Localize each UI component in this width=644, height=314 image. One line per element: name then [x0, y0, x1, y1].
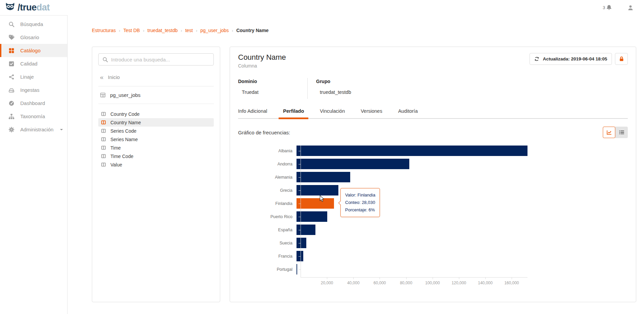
chart-view-button[interactable] — [603, 127, 615, 138]
sidebar-item-glosario[interactable]: Glosario — [0, 31, 67, 44]
chart-bar[interactable] — [297, 238, 306, 248]
chart-bar[interactable] — [297, 264, 297, 274]
bell-icon — [606, 4, 612, 11]
axis-tick-label: 80,000 — [400, 281, 412, 285]
axis-tick — [353, 278, 354, 279]
tab-vinculación[interactable]: Vinculación — [320, 108, 345, 118]
sidebar-item-label: Catálogo — [20, 48, 41, 53]
columns-icon — [101, 137, 106, 142]
chart-bar[interactable] — [297, 146, 527, 156]
chart-bar[interactable] — [297, 172, 350, 182]
chart-category-label: Francia — [238, 254, 297, 259]
chart-bar-row: Suecia — [238, 238, 527, 248]
sidebar-item-catalogo[interactable]: Catálogo — [0, 44, 67, 57]
tooltip-porcentaje: Porcentaje: 6% — [345, 206, 375, 214]
share-icon — [8, 74, 15, 80]
chart-bar-row: España — [238, 225, 527, 235]
chart-bar[interactable] — [297, 198, 334, 209]
user-icon — [627, 4, 634, 11]
breadcrumb-separator: › — [232, 28, 233, 33]
mouse-cursor — [319, 195, 325, 204]
breadcrumb-link[interactable]: truedat_testdb — [148, 28, 178, 33]
table-item[interactable]: pg_user_jobs — [98, 92, 214, 98]
chart-bar[interactable] — [297, 251, 303, 261]
axis-tick — [406, 278, 407, 279]
sidebar-item-dashboard[interactable]: Dashboard — [0, 97, 67, 110]
sidebar-item-label: Linaje — [20, 74, 34, 80]
chart-category-label: Puerto Rico — [238, 214, 297, 219]
divider — [98, 104, 214, 104]
frequency-bar-chart: AlbaniaAndorraAlemaniaGreciaFinlandiaPue… — [238, 146, 527, 287]
breadcrumb-link[interactable]: pg_user_jobs — [200, 28, 229, 33]
tab-versiones[interactable]: Versiones — [361, 108, 382, 118]
back-label: Inicio — [108, 74, 120, 80]
chart-bar[interactable] — [297, 225, 315, 235]
sidebar-item-calidad[interactable]: Calidad — [0, 57, 67, 70]
tooltip-conteo: Conteo: 28,030 — [345, 199, 375, 206]
chart-bar-row: Portugal — [238, 264, 527, 274]
chart-bar[interactable] — [297, 211, 327, 222]
column-item-country-code[interactable]: Country Code — [98, 110, 214, 118]
axis-tick-label: 160,000 — [504, 281, 519, 285]
structure-search-box[interactable] — [98, 53, 214, 66]
sidebar-item-label: Glosario — [20, 34, 39, 40]
sidebar-item-taxonomia[interactable]: Taxonomía — [0, 110, 67, 123]
chart-bar-track — [297, 238, 527, 248]
column-item-time-code[interactable]: Time Code — [98, 152, 214, 160]
sidebar-item-ingestas[interactable]: Ingestas — [0, 83, 67, 97]
table-name: pg_user_jobs — [110, 92, 140, 98]
column-item-label: Country Name — [110, 120, 141, 125]
chart-bar[interactable] — [297, 159, 409, 169]
search-input[interactable] — [111, 57, 210, 62]
back-to-inicio[interactable]: « Inicio — [98, 74, 214, 80]
breadcrumb-link[interactable]: Estructuras — [92, 28, 116, 33]
structure-detail-panel: Country Name Columna Actu — [230, 47, 636, 302]
column-item-label: Series Code — [110, 128, 136, 134]
search-icon — [102, 57, 108, 62]
chart-bar-track — [297, 264, 527, 274]
breadcrumb-link[interactable]: Test DB — [123, 28, 140, 33]
columns-icon — [101, 111, 106, 116]
refresh-icon — [534, 56, 539, 61]
drive-icon — [8, 87, 15, 93]
column-item-value[interactable]: Value — [98, 160, 214, 169]
columns-icon — [101, 128, 106, 133]
chart-heading: Gráfico de frecuencias: — [238, 130, 290, 135]
app-header: /truedat 3 — [0, 0, 644, 15]
sidebar-item-administracion[interactable]: Administración — [0, 123, 67, 136]
column-item-series-code[interactable]: Series Code — [98, 127, 214, 135]
truedat-logo[interactable]: /truedat — [4, 2, 50, 14]
column-item-country-name[interactable]: Country Name — [98, 118, 214, 127]
chart-tooltip: Valor: Finlandia Conteo: 28,030 Porcenta… — [340, 188, 380, 217]
sidebar-item-busqueda[interactable]: Búsqueda — [0, 18, 67, 31]
axis-tick — [485, 278, 486, 279]
chart-bar-track — [297, 172, 527, 182]
sidebar-item-linaje[interactable]: Linaje — [0, 70, 67, 83]
list-view-button[interactable] — [615, 127, 628, 138]
axis-tick — [327, 278, 327, 279]
gear-icon — [8, 127, 15, 133]
notifications-button[interactable]: 3 — [603, 4, 612, 11]
domain-value: Truedat — [238, 89, 307, 95]
user-menu-button[interactable] — [627, 4, 634, 11]
breadcrumb-current: Country Name — [236, 28, 269, 33]
column-item-series-name[interactable]: Series Name — [98, 135, 214, 143]
chart-bar-row: Albania — [238, 146, 527, 156]
sidebar-item-label: Dashboard — [20, 100, 45, 106]
refresh-metadata-button[interactable]: Actualizada: 2019-06-04 18:05 — [530, 53, 612, 65]
breadcrumb-link[interactable]: test — [185, 28, 193, 33]
column-item-time[interactable]: Time — [98, 143, 214, 152]
tab-auditoría[interactable]: Auditoría — [398, 108, 418, 118]
confidential-lock-button[interactable] — [615, 53, 628, 65]
chart-bar[interactable] — [297, 185, 338, 195]
sitemap-icon — [8, 113, 15, 120]
axis-tick-label: 140,000 — [478, 281, 492, 285]
list-icon — [619, 129, 625, 135]
breadcrumb-separator: › — [143, 28, 144, 33]
chart-bar-track — [297, 159, 527, 169]
breadcrumb: Estructuras›Test DB›truedat_testdb›test›… — [92, 28, 636, 33]
tab-info-adicional[interactable]: Info Adicional — [238, 108, 267, 118]
group-value: truedat_testdb — [316, 89, 351, 95]
axis-tick-label: 60,000 — [373, 281, 386, 285]
tab-perfilado[interactable]: Perfilado — [283, 108, 304, 118]
